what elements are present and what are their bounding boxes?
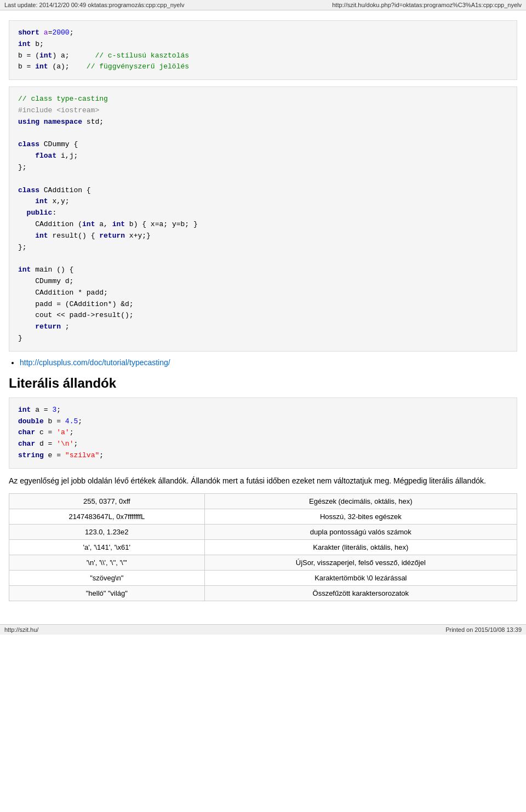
table-cell-right: Karakter (literális, oktális, hex): [204, 539, 517, 555]
table-cell-right: Karaktertömbök \0 lezárással: [204, 570, 517, 585]
link-list: http://cplusplus.com/doc/tutorial/typeca…: [20, 358, 517, 367]
table-row: '\n', '\\', '\'', '\"'ÚjSor, visszaperje…: [9, 555, 517, 570]
table-cell-left: "helló" "világ": [9, 585, 205, 601]
table-row: 255, 0377, 0xffEgészek (decimális, oktál…: [9, 493, 517, 509]
code-block-1: short a=2000; int b; b = (int) a; // c-s…: [9, 20, 517, 80]
kw-int-1: int: [18, 40, 31, 48]
cplusplus-link[interactable]: http://cplusplus.com/doc/tutorial/typeca…: [20, 358, 170, 367]
link-item: http://cplusplus.com/doc/tutorial/typeca…: [20, 358, 517, 367]
table-row: 123.0, 1.23e2dupla pontosságú valós szám…: [9, 524, 517, 539]
table-cell-right: Összefűzött karaktersorozatok: [204, 585, 517, 601]
code-block-3: int a = 3; double b = 4.5; char c = 'a';…: [9, 398, 517, 469]
table-cell-left: 2147483647L, 0x7fffffffL: [9, 509, 205, 524]
table-row: 2147483647L, 0x7fffffffLHosszú, 32-bites…: [9, 509, 517, 524]
bottombar-right: Printed on 2015/10/08 13:39: [445, 626, 522, 633]
table-cell-left: 123.0, 1.23e2: [9, 524, 205, 539]
description-text: Az egyenlőség jel jobb oldalán lévő érté…: [9, 475, 517, 487]
bottom-bar: http://szit.hu/ Printed on 2015/10/08 13…: [0, 624, 526, 635]
table-cell-right: ÚjSor, visszaperjel, felső vessző, idéző…: [204, 555, 517, 570]
topbar-left: Last update: 2014/12/20 00:49 oktatas:pr…: [4, 2, 184, 8]
code-block-2: // class type-casting #include <iostream…: [9, 87, 517, 352]
table-cell-right: Hosszú, 32-bites egészek: [204, 509, 517, 524]
table-row: "helló" "világ"Összefűzött karaktersoroz…: [9, 585, 517, 601]
table-cell-left: 'a', '\141', '\x61': [9, 539, 205, 555]
table-cell-right: Egészek (decimális, oktális, hex): [204, 493, 517, 509]
top-bar: Last update: 2014/12/20 00:49 oktatas:pr…: [0, 0, 526, 10]
section-title: Literális állandók: [9, 376, 517, 391]
literals-table: 255, 0377, 0xffEgészek (decimális, oktál…: [9, 493, 517, 601]
bottombar-left: http://szit.hu/: [4, 626, 38, 633]
table-cell-left: "szöveg\n": [9, 570, 205, 585]
table-cell-left: '\n', '\\', '\'', '\"': [9, 555, 205, 570]
kw-short: short: [18, 28, 39, 37]
topbar-right: http://szit.hu/doku.php?id=oktatas:progr…: [332, 2, 522, 8]
table-row: "szöveg\n"Karaktertömbök \0 lezárással: [9, 570, 517, 585]
table-row: 'a', '\141', '\x61'Karakter (literális, …: [9, 539, 517, 555]
table-cell-left: 255, 0377, 0xff: [9, 493, 205, 509]
table-cell-right: dupla pontosságú valós számok: [204, 524, 517, 539]
